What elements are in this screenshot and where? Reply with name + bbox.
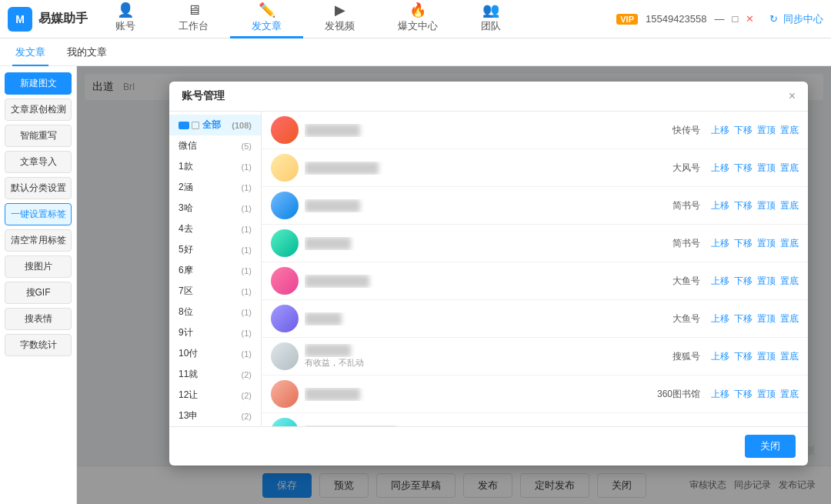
sub-nav-publish[interactable]: 发文章 (12, 38, 48, 66)
nav-tab-publish[interactable]: ✏️ 发文章 (230, 0, 303, 38)
list-item-all[interactable]: 全部 (108) (169, 115, 261, 135)
move-up-btn[interactable]: 上移 (711, 124, 729, 137)
platform-tag: 大鱼号 (646, 312, 700, 325)
account-info: 用户账号名称 (305, 124, 640, 137)
modal-close-btn[interactable]: × (789, 89, 796, 103)
new-article-btn[interactable]: 新建图文 (5, 72, 72, 95)
pin-top-btn[interactable]: 置顶 (757, 162, 776, 175)
list-item-4[interactable]: 4去 (1) (169, 219, 261, 239)
move-down-btn[interactable]: 下移 (734, 124, 753, 137)
pin-top-btn[interactable]: 置顶 (757, 312, 776, 325)
platform-tag: 360图书馆 (646, 388, 700, 401)
avatar (271, 342, 299, 370)
pin-bottom-btn[interactable]: 置底 (780, 237, 799, 250)
move-down-btn[interactable]: 下移 (734, 237, 753, 250)
nav-tab-video[interactable]: ▶ 发视频 (303, 0, 376, 38)
pin-top-btn[interactable]: 置顶 (757, 388, 776, 401)
move-up-btn[interactable]: 上移 (711, 199, 729, 212)
word-count-btn[interactable]: 字数统计 (5, 334, 72, 356)
account-name: 用户账号名称 (305, 124, 640, 137)
account-info: 用户账号名称 (305, 388, 640, 401)
list-icon-grid (179, 122, 189, 129)
pin-top-btn[interactable]: 置顶 (757, 124, 776, 137)
table-row: 账号名称 大鱼号 上移 下移 置顶 置底 (262, 300, 808, 338)
list-item-3[interactable]: 3哈 (1) (169, 198, 261, 219)
list-item-9[interactable]: 9计 (1) (169, 322, 261, 343)
smart-rewrite-btn[interactable]: 智能重写 (5, 125, 72, 147)
pin-bottom-btn[interactable]: 置底 (780, 388, 799, 401)
article-import-btn[interactable]: 文章导入 (5, 151, 72, 173)
pin-bottom-btn[interactable]: 置底 (780, 350, 799, 363)
table-row: 用户账号名称长 大鱼号 上移 下移 置顶 置底 (262, 262, 808, 300)
pin-bottom-btn[interactable]: 置底 (780, 124, 799, 137)
move-down-btn[interactable]: 下移 (734, 162, 753, 175)
table-row: 账号用户名 有收益，不乱动 搜狐号 上移 下移 置顶 置底 (262, 338, 808, 375)
account-info: 用户账号名称 (305, 199, 640, 212)
list-item-6[interactable]: 6摩 (1) (169, 260, 261, 281)
pin-bottom-btn[interactable]: 置底 (780, 312, 799, 325)
move-up-btn[interactable]: 上移 (711, 388, 729, 401)
account-info: 用户账号名 (305, 237, 640, 250)
clear-tags-btn[interactable]: 清空常用标签 (5, 229, 72, 252)
minimize-btn[interactable]: — (715, 13, 725, 25)
list-item-2[interactable]: 2涵 (1) (169, 177, 261, 198)
list-item-7[interactable]: 7区 (1) (169, 281, 261, 302)
account-info: 用户账号名称较长 (305, 162, 640, 175)
main-layout: 新建图文 文章原创检测 智能重写 文章导入 默认分类设置 一键设置标签 清空常用… (0, 66, 831, 504)
close-btn-win[interactable]: ✕ (746, 13, 754, 25)
list-item-1[interactable]: 1款 (1) (169, 156, 261, 177)
pin-top-btn[interactable]: 置顶 (757, 275, 776, 288)
modal-footer-close-btn[interactable]: 关闭 (745, 435, 796, 458)
move-up-btn[interactable]: 上移 (711, 275, 729, 288)
pin-top-btn[interactable]: 置顶 (757, 199, 776, 212)
title-bar: M 易媒助手 👤 账号 🖥 工作台 ✏️ 发文章 ▶ 发视频 🔥 爆文中心 (0, 0, 831, 38)
modal-body: 全部 (108) 微信 (5) 1款 (1) 2涵 (169, 112, 808, 426)
pin-top-btn[interactable]: 置顶 (757, 350, 776, 363)
modal-title: 账号管理 (182, 89, 225, 103)
sub-nav-my-articles[interactable]: 我的文章 (64, 38, 110, 66)
move-down-btn[interactable]: 下移 (734, 199, 753, 212)
move-down-btn[interactable]: 下移 (734, 275, 753, 288)
move-down-btn[interactable]: 下移 (734, 312, 753, 325)
modal-account-table: 用户账号名称 快传号 上移 下移 置顶 置底 (262, 112, 808, 426)
list-item-wechat[interactable]: 微信 (5) (169, 135, 261, 156)
originality-check-btn[interactable]: 文章原创检测 (5, 98, 72, 121)
table-row: 用户账号名称较长显示 360图书馆 上移 下移 置顶 置底 (262, 413, 808, 426)
list-item-11[interactable]: 11就 (2) (169, 364, 261, 385)
left-sidebar: 新建图文 文章原创检测 智能重写 文章导入 默认分类设置 一键设置标签 清空常用… (0, 66, 77, 504)
move-down-btn[interactable]: 下移 (734, 388, 753, 401)
avatar (271, 229, 299, 257)
table-row: 用户账号名称 快传号 上移 下移 置顶 置底 (262, 112, 808, 149)
nav-tab-team[interactable]: 👥 团队 (459, 0, 522, 38)
search-image-btn[interactable]: 搜图片 (5, 255, 72, 278)
nav-tab-account[interactable]: 👤 账号 (94, 0, 157, 38)
pin-bottom-btn[interactable]: 置底 (780, 275, 799, 288)
user-id: 15549423558 (646, 13, 707, 25)
avatar (271, 154, 299, 182)
pin-bottom-btn[interactable]: 置底 (780, 199, 799, 212)
search-emoji-btn[interactable]: 搜表情 (5, 308, 72, 330)
move-up-btn[interactable]: 上移 (711, 162, 729, 175)
table-row: 用户账号名称 简书号 上移 下移 置顶 置底 (262, 187, 808, 225)
nav-tab-workbench[interactable]: 🖥 工作台 (157, 0, 230, 38)
nav-tab-explosive[interactable]: 🔥 爆文中心 (376, 0, 459, 38)
maximize-btn[interactable]: □ (733, 13, 739, 25)
list-item-13[interactable]: 13申 (2) (169, 406, 261, 426)
sync-center-btn[interactable]: ↻ 同步中心 (769, 12, 823, 26)
pin-top-btn[interactable]: 置顶 (757, 237, 776, 250)
move-up-btn[interactable]: 上移 (711, 350, 729, 363)
pin-bottom-btn[interactable]: 置底 (780, 162, 799, 175)
list-item-5[interactable]: 5好 (1) (169, 239, 261, 260)
list-icon-list (192, 122, 199, 129)
set-tags-btn[interactable]: 一键设置标签 (5, 203, 72, 225)
default-category-btn[interactable]: 默认分类设置 (5, 177, 72, 199)
search-gif-btn[interactable]: 搜GIF (5, 282, 72, 304)
list-item-12[interactable]: 12让 (2) (169, 385, 261, 406)
move-up-btn[interactable]: 上移 (711, 237, 729, 250)
list-item-8[interactable]: 8位 (1) (169, 302, 261, 322)
vip-badge: VIP (616, 14, 638, 25)
move-down-btn[interactable]: 下移 (734, 350, 753, 363)
list-item-10[interactable]: 10付 (1) (169, 343, 261, 364)
move-up-btn[interactable]: 上移 (711, 312, 729, 325)
modal-header: 账号管理 × (169, 82, 808, 112)
